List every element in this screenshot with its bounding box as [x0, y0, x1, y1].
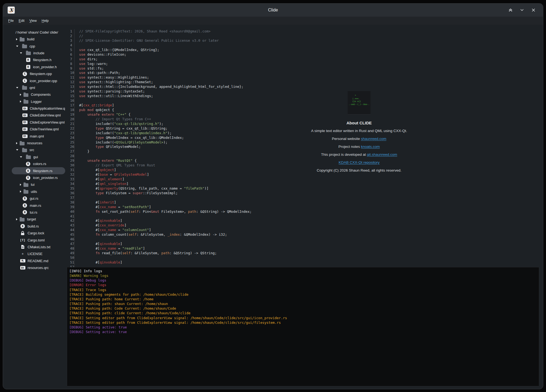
- tree-folder-logger[interactable]: Logger: [12, 98, 65, 105]
- tree-item-label: gui: [33, 155, 38, 159]
- h-file-icon: H: [25, 57, 31, 63]
- qt-file-icon: Qt: [20, 265, 25, 271]
- menu-help[interactable]: Help: [39, 18, 51, 23]
- tree-file-icon-provider-h[interactable]: Hicon_provider.h: [12, 64, 65, 70]
- tree-file-cmakelists-txt[interactable]: CMakeLists.txt: [12, 244, 65, 250]
- tree-file-resources-qrc[interactable]: Qtresources.qrc: [12, 264, 65, 271]
- line-number: 41: [66, 214, 74, 219]
- line-number: 42: [66, 219, 74, 223]
- rs-file-icon: R: [22, 203, 28, 208]
- line-number: 37: [66, 196, 74, 200]
- tree-file-license[interactable]: ✶LICENSE: [12, 250, 65, 257]
- tree-file-main-rs[interactable]: Rmain.rs: [12, 202, 65, 209]
- tree-file-build-rs[interactable]: Rbuild.rs: [12, 223, 65, 230]
- personal-website-link[interactable]: shaunreed.com: [361, 137, 386, 141]
- code-line: 36 type FileSystem = super::FileSystemIm…: [66, 191, 540, 196]
- tree-item-label: ClideTreeView.qml: [30, 127, 59, 131]
- folder-icon: [23, 189, 29, 194]
- code-text: use std::fs;: [79, 66, 104, 71]
- code-text: #[qproperty(QString, file_path, cxx_name…: [79, 186, 208, 191]
- code-text: fn set_root_path(self: Pin<&mut FileSyst…: [79, 210, 252, 214]
- tree-item-label: CMakeLists.txt: [28, 245, 50, 249]
- code-text: }: [79, 149, 89, 154]
- code-text: use syntect::highlighting::ThemeSet;: [79, 80, 153, 85]
- tree-file-clideeditorview-qml[interactable]: QtClideEditorView.qml: [12, 112, 65, 119]
- tree-folder-cpp[interactable]: cpp: [12, 43, 65, 49]
- tree-folder-target[interactable]: target: [12, 216, 65, 223]
- folder-icon: [19, 37, 25, 42]
- log-line-debug: [DEBUG] Setting active: true: [69, 330, 537, 334]
- line-number: 30: [66, 163, 74, 168]
- tree-item-label: LICENSE: [28, 252, 43, 256]
- titlebar[interactable]: X Clide: [3, 4, 543, 17]
- tree-folder-src[interactable]: src: [12, 146, 65, 153]
- tree-file-cargo-lock[interactable]: Cargo.lock: [12, 230, 65, 237]
- kdab-repo-link[interactable]: KDAB CXX-Qt repository: [339, 160, 380, 164]
- menu-file[interactable]: File: [6, 18, 16, 23]
- tree-folder-resources[interactable]: resources: [12, 140, 65, 146]
- folder-icon: [26, 154, 31, 160]
- tree-file-gui-rs[interactable]: Rgui.rs: [12, 195, 65, 202]
- line-number: 43: [66, 223, 74, 228]
- tree-file-colors-rs[interactable]: Rcolors.rs: [12, 160, 65, 167]
- chevron-down-icon: [16, 46, 18, 47]
- tree-file-icon-provider-cpp[interactable]: Cicon_provider.cpp: [12, 77, 65, 84]
- code-text: #[cxx_name = "setRootPath"]: [79, 205, 151, 210]
- code-text: //: [79, 34, 83, 38]
- tree-file-clideapplicationview-qml[interactable]: QtClideApplicationView.qml: [12, 105, 65, 112]
- menu-view[interactable]: View: [27, 18, 39, 23]
- line-number: 34: [66, 182, 74, 186]
- line-number: 29: [66, 158, 74, 163]
- code-text: #[cxx_name = "columnCount"]: [79, 228, 151, 232]
- tree-file-tui-rs[interactable]: Rtui.rs: [12, 209, 65, 216]
- project-notes-link[interactable]: knoats.com: [361, 145, 380, 149]
- tree-item-label: cpp: [29, 44, 35, 48]
- tree-file-filesystem-rs[interactable]: Rfilesystem.rs: [12, 167, 65, 174]
- tree-item-label: target: [27, 217, 36, 221]
- tree-file-clidetreeview-qml[interactable]: QtClideTreeView.qml: [12, 126, 65, 133]
- tree-folder-gui[interactable]: gui: [12, 154, 65, 160]
- tree-file-clideexplorerview-qml[interactable]: QtClideExplorerView.qml: [12, 119, 65, 126]
- code-line: 52: [66, 265, 540, 267]
- tree-folder-components[interactable]: Components: [12, 91, 65, 98]
- menu-edit[interactable]: Edit: [16, 18, 27, 23]
- about-panel: * |.===. {}o o{} .-ooO--(_)--Ooo-. About…: [302, 91, 416, 173]
- tree-folder-qml[interactable]: qml: [12, 84, 65, 91]
- rs-file-icon: R: [20, 223, 25, 229]
- line-number: 15: [66, 94, 74, 98]
- git-repo-link[interactable]: git.shaunreed.com: [367, 152, 397, 157]
- code-line: 49 fn read_file(self: &FileSystem, path:…: [66, 251, 540, 256]
- chevron-down-icon: [20, 52, 22, 54]
- code-text: #[qobject]: [79, 168, 116, 172]
- maximize-button[interactable]: [507, 7, 514, 14]
- tree-folder-build[interactable]: build: [12, 36, 65, 43]
- tree-folder-include[interactable]: include: [12, 50, 65, 56]
- log-line-debug: [DEBUG] Setting active: true: [69, 325, 537, 330]
- minimize-button[interactable]: [518, 7, 526, 14]
- tree-file-filesystem-h[interactable]: Hfilesystem.h: [12, 56, 65, 63]
- log-line-trace: [TRACE] Setting editor path from ClideEx…: [69, 320, 537, 325]
- tree-item-label: gui.rs: [30, 196, 38, 201]
- folder-icon: [26, 50, 31, 56]
- md-file-icon: M↓: [20, 258, 25, 264]
- tree-file-filesystem-cpp[interactable]: Cfilesystem.cpp: [12, 70, 65, 77]
- code-text: #[base = QFileSystemModel]: [79, 172, 149, 177]
- tree-file-icon-provider-rs[interactable]: Ricon_provider.rs: [12, 174, 65, 181]
- code-text: #[cxx_qt::bridge]: [79, 103, 114, 108]
- close-button[interactable]: [530, 7, 537, 14]
- chevron-down-icon: [16, 87, 18, 88]
- window-title: Clide: [3, 8, 543, 13]
- tree-folder-tui[interactable]: tui: [12, 181, 65, 188]
- tree-file-main-qml[interactable]: Qtmain.qml: [12, 133, 65, 139]
- git-repo-link: This project is developed at git.shaunre…: [302, 152, 416, 157]
- log-line-warn: [WARN] Warning logs: [69, 273, 537, 278]
- log-console[interactable]: [INFO] Info logs[WARN] Warning logs[DEBU…: [67, 267, 539, 386]
- line-number: 7: [66, 57, 74, 62]
- tree-file-cargo-toml[interactable]: [T]Cargo.toml: [12, 237, 65, 243]
- line-number: 8: [66, 62, 74, 66]
- tree-folder-utils[interactable]: utils: [12, 188, 65, 195]
- about-title: About CLIDE: [302, 121, 416, 125]
- code-line: 37: [66, 196, 540, 200]
- tree-file-readme-md[interactable]: M↓README.md: [12, 258, 65, 264]
- code-line: 33 #[qml_element]: [66, 177, 540, 182]
